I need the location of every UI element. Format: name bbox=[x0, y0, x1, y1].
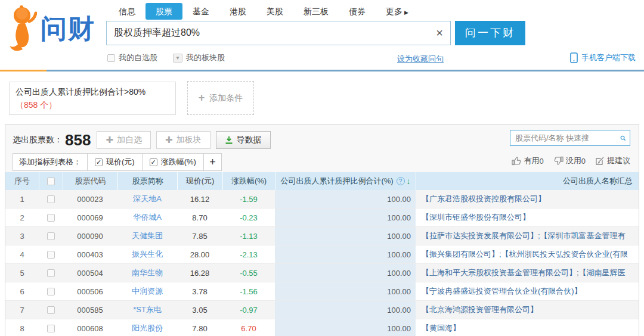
suggest-label: 提建议 bbox=[607, 155, 630, 166]
col-name[interactable]: 股票简称 bbox=[117, 172, 177, 190]
holder-names-link[interactable]: 【上海和平大宗股权投资基金管理有限公司】;【湖南星辉医 bbox=[422, 267, 626, 278]
useful-label: 有用 bbox=[524, 155, 540, 166]
table-row: 4 000403 振兴生化 28.00 -2.13 100.00 【振兴集团有限… bbox=[5, 245, 639, 264]
row-checkbox[interactable] bbox=[47, 195, 55, 203]
stock-price: 28.00 bbox=[177, 245, 222, 263]
main-nav: 信息 股票 基金 港股 美股 新三板 债券 更多▶ bbox=[109, 3, 419, 20]
results-panel: 选出股票数： 858 ✚ 加自选 ✚ 加板块 导数据 bbox=[5, 124, 639, 336]
stock-name-link[interactable]: *ST东电 bbox=[133, 304, 162, 315]
pledge-ratio-value: 100.00 bbox=[275, 319, 416, 336]
holder-names-link[interactable]: 【广东君浩股权投资控股有限公司】 bbox=[422, 194, 546, 204]
thumb-down-icon bbox=[553, 156, 564, 166]
holder-names-link[interactable]: 【拉萨市达实投资发展有限公司】;【深圳市凯富基金管理有 bbox=[422, 231, 626, 241]
stock-name-link[interactable]: 华侨城A bbox=[133, 212, 162, 223]
col-pledge-ratio[interactable]: 公司出质人累计质押比例合计(%) ? ↓ bbox=[275, 172, 416, 190]
sort-desc-icon[interactable]: ↓ bbox=[407, 176, 411, 186]
condition-box[interactable]: 公司出质人累计质押比例合计>80% （858 个） bbox=[9, 82, 176, 115]
add-indicator-label: 添加指标到表格： bbox=[13, 154, 87, 170]
row-index: 2 bbox=[5, 209, 39, 226]
pencil-icon bbox=[595, 156, 605, 166]
row-index: 1 bbox=[5, 190, 39, 208]
indicator-bar: 添加指标到表格： ✓ 现价(元) ✓ 涨跌幅(%) + bbox=[13, 153, 222, 171]
col-code[interactable]: 股票代码 bbox=[63, 172, 117, 190]
add-indicator-button[interactable]: + bbox=[203, 154, 221, 170]
table-row: 8 000608 阳光股份 7.80 6.70 100.00 【黄国海】 bbox=[5, 319, 639, 336]
wencai-logo[interactable]: 问财 bbox=[7, 5, 95, 52]
holder-names-link[interactable]: 【黄国海】 bbox=[422, 323, 460, 334]
sector-dropdown-icon[interactable]: ▼ bbox=[173, 54, 182, 63]
holder-names-link[interactable]: 【振兴集团有限公司】;【杭州浙民投天弘投资合伙企业(有限 bbox=[422, 249, 628, 260]
row-checkbox[interactable] bbox=[47, 214, 55, 222]
row-select-cell bbox=[39, 282, 63, 300]
useful-button[interactable]: 有用0 bbox=[512, 155, 544, 166]
add-sector-button[interactable]: ✚ 加板块 bbox=[156, 131, 210, 149]
col-price[interactable]: 现价(元) bbox=[177, 172, 222, 190]
checked-checkbox[interactable]: ✓ bbox=[150, 158, 157, 166]
nav-tab-bond[interactable]: 债券 bbox=[339, 3, 376, 20]
indicator-price[interactable]: ✓ 现价(元) bbox=[87, 154, 142, 170]
row-select-cell bbox=[39, 227, 63, 245]
nav-tab-neeq[interactable]: 新三板 bbox=[293, 3, 339, 20]
quick-search-input[interactable] bbox=[510, 133, 620, 142]
col-holders[interactable]: 公司出质人名称汇总 bbox=[416, 172, 639, 190]
indicator-change[interactable]: ✓ 涨跌幅(%) bbox=[142, 154, 203, 170]
add-condition-label: 添加条件 bbox=[209, 93, 243, 104]
question-input[interactable] bbox=[107, 21, 429, 45]
row-select-cell bbox=[39, 190, 63, 208]
useless-button[interactable]: 没用0 bbox=[553, 155, 586, 166]
holder-names-link[interactable]: 【宁波冉盛盛远投资管理合伙企业(有限合伙)】 bbox=[422, 286, 582, 297]
clear-icon[interactable]: × bbox=[436, 27, 443, 39]
my-sector-option[interactable]: ▼ 我的板块股 bbox=[173, 52, 225, 63]
stock-change: -2.13 bbox=[222, 245, 275, 263]
pledge-ratio-value: 100.00 bbox=[275, 227, 416, 245]
row-checkbox[interactable] bbox=[47, 306, 55, 314]
nav-tab-info[interactable]: 信息 bbox=[109, 3, 145, 20]
header-divider bbox=[0, 70, 644, 71]
row-checkbox[interactable] bbox=[47, 269, 55, 277]
row-checkbox[interactable] bbox=[47, 232, 55, 240]
stock-name-link[interactable]: 深天地A bbox=[133, 194, 162, 204]
stock-change: -1.59 bbox=[222, 190, 275, 208]
col-change[interactable]: 涨跌幅(%) bbox=[222, 172, 275, 190]
stock-price: 7.85 bbox=[177, 227, 222, 245]
ask-button[interactable]: 问一下财 bbox=[455, 21, 525, 45]
export-data-button[interactable]: 导数据 bbox=[216, 131, 271, 149]
nav-tab-fund[interactable]: 基金 bbox=[182, 3, 219, 20]
pledge-ratio-value: 100.00 bbox=[275, 282, 416, 300]
nav-tab-stock[interactable]: 股票 bbox=[145, 3, 182, 20]
quick-search-box bbox=[510, 130, 630, 146]
row-checkbox[interactable] bbox=[47, 288, 55, 295]
checked-checkbox[interactable]: ✓ bbox=[95, 158, 103, 166]
stock-name-link[interactable]: 南华生物 bbox=[132, 267, 163, 278]
favorite-question-link[interactable]: 设为收藏问句 bbox=[397, 54, 444, 64]
suggest-button[interactable]: 提建议 bbox=[595, 155, 630, 166]
stock-name-link[interactable]: 阳光股份 bbox=[132, 323, 163, 334]
nav-tab-us[interactable]: 美股 bbox=[256, 3, 293, 20]
stock-code: 000608 bbox=[63, 319, 117, 336]
my-watchlist-checkbox[interactable] bbox=[107, 54, 115, 62]
stock-code: 000403 bbox=[63, 245, 117, 263]
holder-names-link[interactable]: 【北京海鸿源投资管理有限公司】 bbox=[422, 304, 538, 315]
my-watchlist-option[interactable]: 我的自选股 bbox=[107, 52, 157, 63]
app-download-link[interactable]: 手机客户端下载 bbox=[570, 52, 636, 63]
stock-name-link[interactable]: 中润资源 bbox=[132, 286, 163, 297]
row-checkbox[interactable] bbox=[47, 325, 55, 332]
add-sector-label: 加板块 bbox=[177, 135, 202, 145]
select-all-checkbox[interactable] bbox=[47, 178, 55, 185]
holder-names-link[interactable]: 【深圳市钜盛华股份有限公司】 bbox=[422, 212, 530, 223]
thumb-up-icon bbox=[512, 156, 522, 166]
stock-name-link[interactable]: 振兴生化 bbox=[132, 249, 163, 260]
stock-name-link[interactable]: 天健集团 bbox=[132, 231, 163, 241]
help-icon[interactable]: ? bbox=[397, 177, 405, 185]
add-watchlist-button[interactable]: ✚ 加自选 bbox=[97, 131, 151, 149]
stock-code: 000069 bbox=[63, 209, 117, 226]
nav-tab-more[interactable]: 更多▶ bbox=[376, 3, 419, 20]
add-condition-button[interactable]: + 添加条件 bbox=[187, 81, 254, 115]
useful-count: 0 bbox=[540, 157, 544, 166]
export-label: 导数据 bbox=[237, 135, 262, 145]
row-checkbox[interactable] bbox=[47, 251, 55, 259]
search-icon[interactable] bbox=[620, 133, 626, 143]
nav-tab-hk[interactable]: 港股 bbox=[219, 3, 256, 20]
pledge-ratio-value: 100.00 bbox=[275, 245, 416, 263]
col-index[interactable]: 序号 bbox=[5, 172, 39, 190]
